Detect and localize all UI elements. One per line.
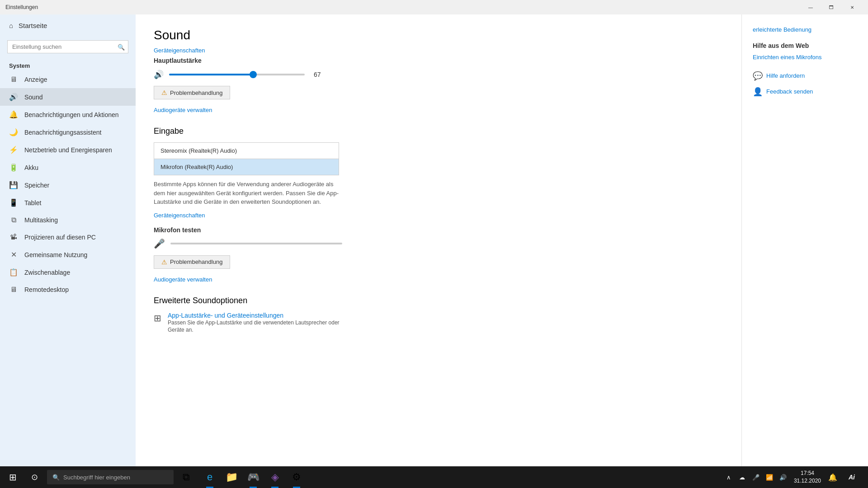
sidebar-item-speicher[interactable]: 💾 Speicher <box>0 176 136 194</box>
tray-date: 31.12.2020 <box>794 477 821 485</box>
sidebar-item-label: Gemeinsame Nutzung <box>24 251 87 258</box>
remote-icon: 🖥 <box>9 286 18 294</box>
taskbar-app-custom[interactable]: ◈ <box>264 466 286 488</box>
right-panel: erleichterte Bedienung Hilfe aus dem Web… <box>741 14 868 466</box>
audiogerate2-link[interactable]: Audiogeräte verwalten <box>154 276 212 283</box>
sidebar-home[interactable]: ⌂ Startseite <box>0 14 136 37</box>
tray-cloud[interactable]: ☁ <box>736 471 749 483</box>
tray-mic[interactable]: 🎤 <box>750 471 762 483</box>
sliders-icon: ⊞ <box>154 313 161 324</box>
mic-test-row: 🎤 <box>154 238 723 249</box>
sidebar-item-label: Speicher <box>24 182 49 189</box>
sidebar-item-label: Anzeige <box>24 76 47 83</box>
clipboard-icon: 📋 <box>9 268 18 277</box>
search-icon: 🔍 <box>118 43 125 50</box>
tray-network[interactable]: 📶 <box>763 471 776 483</box>
app-lautstarke-title[interactable]: App-Lautstärke- und Geräteeinstellungen <box>168 312 340 319</box>
window-title: Einstellungen <box>5 4 38 10</box>
search-input[interactable] <box>7 40 128 53</box>
feedback-link[interactable]: Feedback senden <box>766 88 813 95</box>
sidebar-item-label: Sound <box>24 94 42 101</box>
close-button[interactable]: ✕ <box>842 0 863 14</box>
warning-icon: ⚠ <box>161 89 167 96</box>
taskbar-search[interactable]: 🔍 Suchbegriff hier eingeben <box>47 470 174 484</box>
volume-thumb[interactable] <box>250 71 257 78</box>
sidebar-search-container: 🔍 <box>7 40 128 53</box>
content-area: Sound Geräteigenschaften Hauptlautstärke… <box>136 14 741 466</box>
taskbar-tray: ∧ ☁ 🎤 📶 🔊 17:54 31.12.2020 🔔 Ai <box>722 466 866 488</box>
sidebar-item-benachrichtigungen[interactable]: 🔔 Benachrichtigungen und Aktionen <box>0 106 136 123</box>
sidebar-item-label: Multitasking <box>24 216 58 224</box>
taskbar-app-explorer[interactable]: 📁 <box>221 466 242 488</box>
problembehandlung-label: Problembehandlung <box>170 89 222 96</box>
project-icon: 📽 <box>9 233 18 241</box>
hilfe-anfordern-link[interactable]: Hilfe anfordern <box>766 72 805 79</box>
tray-chevron[interactable]: ∧ <box>722 471 735 483</box>
sidebar-item-label: Akku <box>24 164 38 171</box>
sidebar: ⌂ Startseite 🔍 System 🖥 Anzeige 🔊 Sound … <box>0 14 136 466</box>
problembehandlung2-label: Problembehandlung <box>170 258 222 265</box>
taskbar-app-steam[interactable]: 🎮 <box>242 466 264 488</box>
dropdown-option-mikrofon[interactable]: Mikrofon (Realtek(R) Audio) <box>154 159 339 175</box>
sidebar-item-anzeige[interactable]: 🖥 Anzeige <box>0 71 136 88</box>
sidebar-item-remotedesktop[interactable]: 🖥 Remotedesktop <box>0 281 136 298</box>
erweiterte-label: Erweiterte Soundoptionen <box>154 296 723 305</box>
sidebar-home-label: Startseite <box>19 22 47 29</box>
cortana-button[interactable]: ⊙ <box>24 466 45 488</box>
start-button[interactable]: ⊞ <box>2 466 24 488</box>
sidebar-item-label: Benachrichtigungsassistent <box>24 129 101 136</box>
problembehandlung2-button[interactable]: ⚠ Problembehandlung <box>154 255 230 269</box>
taskview-button[interactable]: ⧉ <box>175 466 197 488</box>
volume-fill <box>169 74 253 75</box>
audiogerate-link[interactable]: Audiogeräte verwalten <box>154 107 212 113</box>
mic-icon: 🎤 <box>154 238 165 249</box>
help-title: Hilfe aus dem Web <box>753 42 857 49</box>
hilfe-anfordern-icon: 💬 <box>753 71 763 81</box>
multitasking-icon: ⧉ <box>9 216 18 224</box>
sidebar-item-tablet[interactable]: 📱 Tablet <box>0 194 136 211</box>
ai-button[interactable]: Ai <box>841 466 863 488</box>
sidebar-item-gemeinsame[interactable]: ✕ Gemeinsame Nutzung <box>0 246 136 263</box>
problembehandlung-button[interactable]: ⚠ Problembehandlung <box>154 86 230 99</box>
gerateigenschaften2-link[interactable]: Geräteigenschaften <box>154 212 205 219</box>
taskbar-app-edge[interactable]: e <box>199 466 221 488</box>
sidebar-item-akku[interactable]: 🔋 Akku <box>0 159 136 176</box>
sidebar-item-projizieren[interactable]: 📽 Projizieren auf diesen PC <box>0 229 136 246</box>
storage-icon: 💾 <box>9 181 18 189</box>
sidebar-item-benachrichtigungsassistent[interactable]: 🌙 Benachrichtigungsassistent <box>0 123 136 141</box>
tray-volume[interactable]: 🔊 <box>777 471 789 483</box>
search-icon: 🔍 <box>52 474 60 481</box>
title-bar: Einstellungen — 🗖 ✕ <box>0 0 868 14</box>
sidebar-item-zwischenablage[interactable]: 📋 Zwischenablage <box>0 263 136 281</box>
volume-icon: 🔊 <box>154 70 164 80</box>
tablet-icon: 📱 <box>9 198 18 207</box>
top-link-row: Geräteigenschaften <box>154 46 723 54</box>
sidebar-item-label: Netzbetrieb und Energiesparen <box>24 146 112 154</box>
dropdown-option-stereomix[interactable]: Stereomix (Realtek(R) Audio) <box>154 142 339 159</box>
einrichten-link[interactable]: Einrichten eines Mikrofons <box>753 54 857 61</box>
taskbar-search-label: Suchbegriff hier eingeben <box>63 474 130 481</box>
power-icon: ⚡ <box>9 145 18 154</box>
sidebar-item-netzbetrieb[interactable]: ⚡ Netzbetrieb und Energiesparen <box>0 141 136 159</box>
mikrofon-testen-label: Mikrofon testen <box>154 226 723 234</box>
top-gerateigenschaften-link[interactable]: Geräteigenschaften <box>154 47 205 54</box>
notification-center-button[interactable]: 🔔 <box>826 466 840 488</box>
display-icon: 🖥 <box>9 75 18 84</box>
maximize-button[interactable]: 🗖 <box>821 0 842 14</box>
erleichterte-section: erleichterte Bedienung <box>753 26 857 33</box>
erleichterte-link[interactable]: erleichterte Bedienung <box>753 26 857 33</box>
input-device-dropdown[interactable]: Stereomix (Realtek(R) Audio) Mikrofon (R… <box>154 142 339 175</box>
sidebar-section-label: System <box>0 59 136 71</box>
volume-value: 67 <box>314 71 321 78</box>
minimize-button[interactable]: — <box>800 0 821 14</box>
taskbar-app-settings[interactable]: ⚙ <box>286 466 307 488</box>
notification-icon: 🔔 <box>9 110 18 119</box>
sidebar-item-sound[interactable]: 🔊 Sound <box>0 88 136 106</box>
tray-clock[interactable]: 17:54 31.12.2020 <box>790 469 825 485</box>
sound-icon: 🔊 <box>9 93 18 101</box>
sidebar-item-label: Benachrichtigungen und Aktionen <box>24 111 119 118</box>
app-lautstarke-desc: Passen Sie die App-Lautstärke und die ve… <box>168 319 340 334</box>
sidebar-item-label: Projizieren auf diesen PC <box>24 234 96 241</box>
volume-slider[interactable] <box>169 74 305 75</box>
sidebar-item-multitasking[interactable]: ⧉ Multitasking <box>0 211 136 229</box>
